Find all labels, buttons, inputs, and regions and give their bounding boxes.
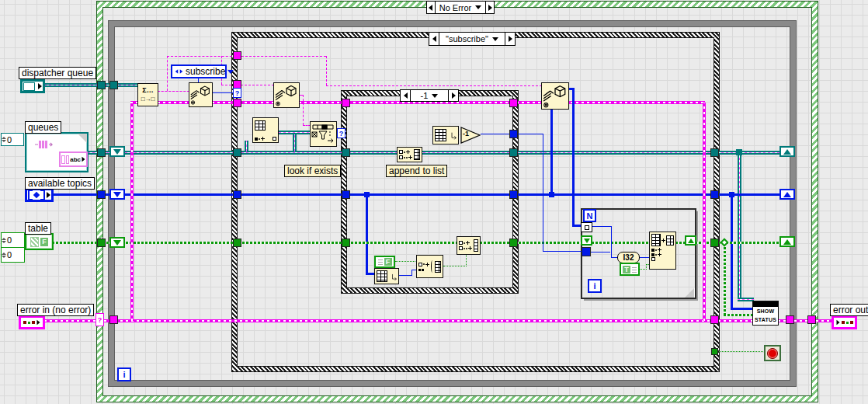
error-in-label[interactable]: error in (no error)	[17, 304, 94, 316]
table-index-row-value[interactable]: 0	[7, 235, 12, 245]
queues-element-cluster[interactable]: abc	[59, 152, 88, 167]
while-iteration-i: i	[123, 370, 125, 379]
array-size-node-2[interactable]	[374, 268, 399, 284]
table-terminal[interactable]: F	[25, 233, 54, 250]
table-index-col-box[interactable]: 0	[1, 247, 25, 263]
dropdown-icon[interactable]	[432, 94, 438, 98]
table-label[interactable]: table	[25, 222, 51, 235]
wire-dispatcher-queue	[44, 83, 139, 87]
wire-queues-into-vi	[738, 298, 754, 301]
while-iteration-terminal[interactable]: i	[117, 367, 131, 381]
stop-condition-terminal[interactable]	[764, 345, 781, 361]
available-topics-terminal[interactable]	[25, 188, 54, 202]
build-array-node-2[interactable]	[457, 236, 481, 255]
shift-register-queues-left[interactable]	[109, 146, 125, 157]
queues-index-box[interactable]: 0	[1, 133, 24, 146]
for-loop-fold-line	[684, 288, 694, 298]
true-value[interactable]: T	[623, 266, 630, 273]
decrement-node[interactable]: -1	[460, 127, 481, 144]
wire-queues-stub1	[245, 141, 248, 152]
dropdown-icon[interactable]	[492, 37, 498, 41]
wire-variant-up	[167, 56, 168, 91]
selector-not-found[interactable]: -1	[400, 89, 459, 102]
variant-to-data-node-3[interactable]	[541, 82, 569, 110]
prev-case-button[interactable]	[429, 33, 439, 45]
dequeue-element-node[interactable]: Σ… □→□	[137, 83, 158, 106]
index-spinner-icon[interactable]	[2, 137, 6, 142]
tunnel-error-sub-right	[710, 315, 719, 324]
case-selector-not-found[interactable]: ?	[337, 128, 345, 138]
available-topics-label[interactable]: available topics	[25, 177, 95, 190]
output-arrow-icon	[82, 157, 85, 162]
enum-cycle-icon[interactable]	[175, 68, 183, 75]
bool-glyph-icon	[378, 259, 383, 265]
tunnel-dispatcher-while	[109, 81, 118, 89]
for-loop-iteration-terminal[interactable]: i	[588, 279, 602, 293]
selector-no-error[interactable]: No Error	[426, 1, 495, 14]
prev-case-button[interactable]	[401, 90, 411, 101]
shift-up-icon	[783, 239, 791, 245]
output-arrow-icon	[37, 320, 40, 325]
tunnel-error-neg1-right	[509, 99, 518, 107]
shift-register-topics-right[interactable]	[779, 189, 795, 200]
selector-no-error-text: No Error	[439, 3, 472, 12]
false-value[interactable]: F	[384, 258, 392, 266]
shift-register-queues-right[interactable]	[779, 146, 795, 157]
build-array-append-node[interactable]	[397, 147, 422, 162]
look-if-exists-annotation[interactable]: look if exists	[284, 165, 341, 177]
shift-register-table-left[interactable]	[109, 237, 125, 248]
index-array-node[interactable]	[252, 117, 279, 143]
case-selector-subscribe[interactable]: ?	[233, 88, 241, 98]
selector-subscribe[interactable]: "subscribe"	[429, 32, 516, 46]
wire-queues-stub2	[293, 132, 297, 152]
tunnel-error-neg1-left	[342, 99, 350, 107]
replace-array-subset-node[interactable]	[649, 232, 676, 270]
shift-register-for-left[interactable]	[581, 235, 592, 246]
index-spinner-icon[interactable]	[2, 238, 6, 243]
error-cluster-cell-icon	[846, 322, 849, 324]
prev-case-button[interactable]	[427, 2, 436, 13]
for-loop-count-terminal[interactable]: N	[583, 209, 596, 222]
error-out-label[interactable]: error out	[830, 304, 868, 316]
queues-label[interactable]: queues	[25, 121, 61, 134]
dropdown-icon[interactable]	[475, 5, 481, 9]
wire-vtd1-to-selector	[213, 92, 234, 93]
next-case-button[interactable]	[448, 90, 458, 101]
show-status-subvi[interactable]: SHOW STATUS	[752, 301, 779, 326]
initialize-array-node[interactable]	[416, 255, 443, 278]
wire-size2-out	[399, 275, 412, 276]
search-array-node[interactable]	[310, 121, 337, 147]
queues-index-value[interactable]: 0	[7, 135, 12, 145]
tunnel-queues-sub-left	[233, 148, 241, 157]
variant-to-data-node-2[interactable]	[273, 82, 300, 108]
table-index-row-box[interactable]: 0	[1, 232, 25, 248]
error-out-terminal[interactable]	[832, 315, 857, 329]
tunnel-queues-neg1-left	[342, 148, 350, 157]
dispatcher-queue-terminal[interactable]	[20, 79, 45, 93]
queues-array-control[interactable]: abc	[25, 132, 89, 172]
shift-register-topics-left[interactable]	[109, 189, 125, 200]
variant-to-data-node-1[interactable]	[189, 82, 213, 107]
table-index-col-value[interactable]: 0	[7, 250, 12, 259]
i32-conversion-node[interactable]: I32	[617, 252, 640, 263]
dropdown-icon[interactable]	[227, 70, 234, 74]
dispatcher-queue-label[interactable]: dispatcher queue	[19, 67, 96, 79]
wire-stop	[717, 351, 765, 352]
tunnel-dispatcher-case	[97, 81, 106, 89]
enum-value[interactable]: subscribe	[186, 66, 225, 77]
false-constant[interactable]: F	[374, 256, 395, 268]
next-case-button[interactable]	[485, 2, 494, 13]
subscribe-enum-constant[interactable]: subscribe	[171, 64, 227, 78]
arrow-left-icon	[432, 36, 436, 42]
append-to-list-annotation[interactable]: append to list	[386, 165, 447, 177]
error-in-terminal[interactable]	[19, 315, 45, 329]
tunnel-error-case-right	[807, 315, 816, 324]
true-constant[interactable]: T	[620, 263, 640, 276]
shift-register-table-right[interactable]	[779, 236, 795, 247]
case-selector-error[interactable]: ?	[95, 313, 104, 326]
tunnel-topics-neg1-right	[509, 190, 518, 199]
shift-register-for-right[interactable]	[685, 235, 696, 246]
next-case-button[interactable]	[505, 33, 515, 45]
index-spinner-icon[interactable]	[2, 252, 6, 258]
array-size-node[interactable]	[432, 126, 459, 145]
